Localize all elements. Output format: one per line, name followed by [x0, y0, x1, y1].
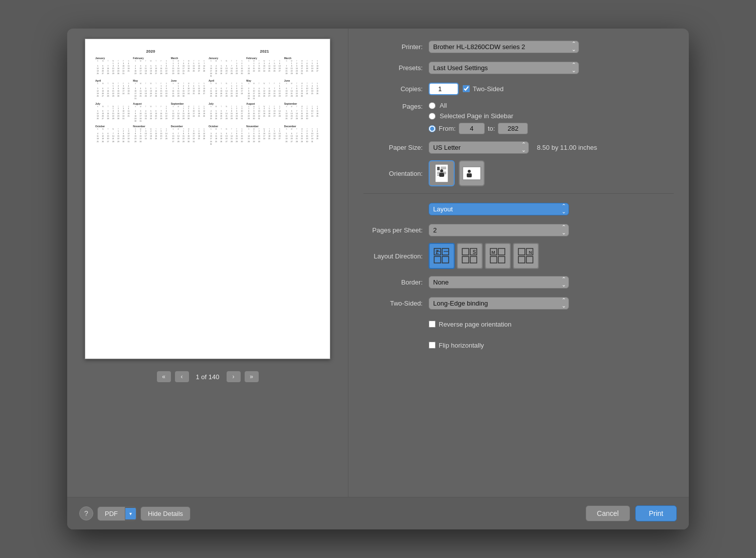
svg-rect-24: [490, 256, 497, 263]
orientation-content: [429, 160, 674, 186]
border-label: Border:: [363, 278, 429, 286]
pdf-dropdown-button[interactable]: ▾: [125, 508, 136, 519]
cal-month: January SMTWTFS 1234 567891011 121314151…: [95, 57, 131, 77]
svg-rect-8: [439, 173, 444, 177]
layout-section-select-wrapper: Layout ⌃⌄: [429, 203, 569, 215]
pages-all-radio[interactable]: [429, 102, 436, 109]
pages-selected-radio-row: Selected Page in Sidebar: [429, 112, 513, 120]
cal-month: June SMTWTFS 12345 6789101112 1314151617…: [284, 79, 320, 100]
pages-all-label: All: [440, 102, 447, 109]
left-panel: 2020 2021 January SMTWTFS 1234 567891011: [67, 29, 348, 497]
pdf-button-group: PDF ▾: [97, 506, 136, 521]
two-sided-select-wrapper: Long-Edge binding Short-Edge binding Off…: [429, 297, 569, 310]
pages-from-input[interactable]: [459, 123, 485, 134]
cancel-button[interactable]: Cancel: [586, 505, 631, 521]
layout-direction-content: Z S: [429, 243, 674, 269]
pages-per-sheet-select[interactable]: 2 1 4 6 9 16: [429, 224, 569, 236]
border-select-wrapper: None Single Hairline Single Thin Line Do…: [429, 276, 569, 289]
presets-select-wrapper: Last Used Settings ⌃⌄: [429, 62, 579, 74]
copies-input[interactable]: [429, 83, 459, 95]
two-sided-checkbox[interactable]: [463, 85, 470, 92]
landscape-icon: [462, 165, 481, 181]
layout-dir-icon-2: S: [462, 248, 478, 264]
pages-content: All Selected Page in Sidebar From: to:: [429, 102, 674, 134]
pages-to-input[interactable]: [498, 123, 528, 134]
dialog-main: 2020 2021 January SMTWTFS 1234 567891011: [67, 29, 689, 497]
svg-point-7: [440, 169, 443, 172]
layout-section-select[interactable]: Layout: [429, 203, 569, 215]
cal-month: December SMTWTFS 12345 6789101112 131415…: [171, 125, 207, 145]
two-sided-checkbox-row: Two-Sided: [463, 85, 503, 93]
pages-per-sheet-select-wrapper: 2 1 4 6 9 16 ⌃⌄: [429, 224, 569, 236]
svg-rect-2: [441, 167, 446, 168]
svg-rect-11: [467, 173, 472, 177]
layout-dir-icon-1: Z: [434, 248, 450, 264]
paper-size-select-wrapper: US Letter ⌃⌄: [429, 141, 529, 154]
last-page-button[interactable]: »: [245, 371, 259, 382]
paper-size-row: Paper Size: US Letter ⌃⌄ 8.50 by 11.00 i…: [363, 139, 674, 155]
cal-month: July SMTWTFS 1234 567891011 121314151617…: [95, 102, 131, 123]
border-select[interactable]: None Single Hairline Single Thin Line Do…: [429, 276, 569, 289]
cal-month: May SMTWTFS 1 2345678 9101112131415 1617…: [246, 79, 282, 100]
paper-size-info: 8.50 by 11.00 inches: [537, 144, 597, 151]
first-page-button[interactable]: «: [157, 371, 171, 382]
layout-dir-btn-3[interactable]: M: [485, 243, 511, 269]
cal-month: September SMTWTFS 12345 6789101112 13141…: [171, 102, 207, 123]
portrait-button[interactable]: [429, 160, 455, 186]
svg-rect-15: [434, 256, 441, 263]
reverse-orientation-checkbox[interactable]: [429, 321, 436, 328]
pages-label: Pages:: [363, 102, 429, 110]
border-row: Border: None Single Hairline Single Thin…: [363, 274, 674, 290]
svg-rect-1: [437, 167, 440, 170]
reverse-orientation-label: Reverse page orientation: [439, 321, 511, 328]
svg-rect-23: [498, 248, 505, 255]
svg-text:Z: Z: [436, 249, 439, 255]
months-row-4: October SMTWTFS 123 45678910 11121314151…: [95, 125, 320, 145]
svg-rect-27: [518, 248, 525, 255]
flip-horizontally-checkbox[interactable]: [429, 342, 436, 349]
printer-label: Printer:: [363, 43, 429, 51]
divider-1: [363, 193, 674, 194]
presets-select[interactable]: Last Used Settings: [429, 62, 579, 74]
layout-dir-btn-4[interactable]: N: [513, 243, 539, 269]
layout-dir-btn-1[interactable]: Z: [429, 243, 455, 269]
cal-month: August SMTWTFS 1 2345678 9101112131415 1…: [133, 102, 168, 123]
months-row-1: January SMTWTFS 1234 567891011 121314151…: [95, 57, 320, 77]
print-dialog: 2020 2021 January SMTWTFS 1234 567891011: [67, 29, 689, 529]
layout-section-content: Layout ⌃⌄: [429, 203, 674, 215]
pages-all-radio-row: All: [429, 102, 447, 109]
pages-range-radio[interactable]: [429, 125, 436, 132]
print-button[interactable]: Print: [635, 505, 677, 521]
pages-selected-radio[interactable]: [429, 113, 436, 120]
landscape-button[interactable]: [459, 160, 485, 186]
printer-select-wrapper: Brother HL-L8260CDW series 2 ⌃⌄: [429, 41, 579, 53]
two-sided-select[interactable]: Long-Edge binding Short-Edge binding Off: [429, 297, 569, 310]
page-counter: 1 of 140: [196, 373, 220, 381]
hide-details-button[interactable]: Hide Details: [140, 506, 191, 521]
dialog-footer: ? PDF ▾ Hide Details Cancel Print: [67, 497, 689, 529]
prev-page-button[interactable]: ‹: [175, 371, 189, 382]
layout-dir-btn-2[interactable]: S: [457, 243, 483, 269]
layout-direction-row: Layout Direction: Z: [363, 243, 674, 269]
printer-row: Printer: Brother HL-L8260CDW series 2 ⌃⌄: [363, 39, 674, 55]
printer-select[interactable]: Brother HL-L8260CDW series 2: [429, 41, 579, 53]
pages-per-sheet-label: Pages per Sheet:: [363, 226, 429, 234]
help-button[interactable]: ?: [79, 506, 93, 520]
cal-month: November SMTWTFS 1234567 891011121314 15…: [133, 125, 168, 145]
svg-rect-21: [470, 256, 477, 263]
pages-per-sheet-row: Pages per Sheet: 2 1 4 6 9 16 ⌃⌄: [363, 222, 674, 238]
cal-month: August SMTWTFS 1234567 891011121314 1516…: [246, 102, 282, 123]
layout-dir-icon-3: M: [490, 248, 506, 264]
copies-content: Two-Sided: [429, 83, 674, 95]
svg-text:S: S: [473, 249, 476, 255]
paper-size-select[interactable]: US Letter: [429, 141, 529, 154]
footer-left: ? PDF ▾ Hide Details: [79, 506, 191, 521]
cal-month: March SMTWTFS 1234567 891011121314 15161…: [171, 57, 207, 77]
cal-month: January SMTWTFS 12 3456789 1011121314151…: [209, 57, 244, 77]
next-page-button[interactable]: ›: [227, 371, 241, 382]
cal-month: November SMTWTFS 123456 78910111213 1415…: [246, 125, 282, 145]
cal-month: September SMTWTFS 1234 567891011 1213141…: [284, 102, 320, 123]
pdf-main-button[interactable]: PDF: [98, 507, 125, 520]
orientation-label: Orientation:: [363, 170, 429, 177]
cal-month: May SMTWTFS 12 3456789 10111213141516 17…: [133, 79, 168, 100]
